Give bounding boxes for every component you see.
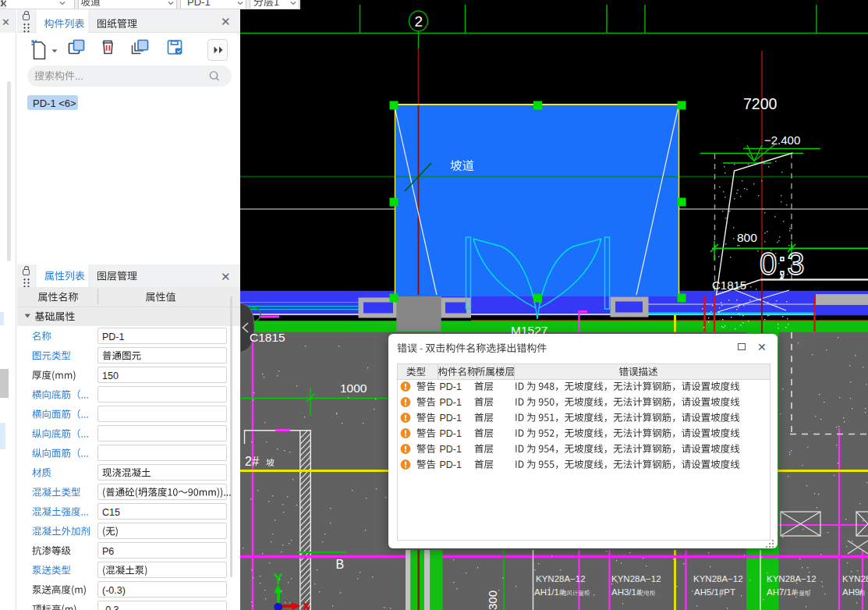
svg-text:AH7/1#: AH7/1# [767, 587, 797, 597]
svg-text:C1815: C1815 [712, 278, 746, 292]
svg-text:KYN28A−12: KYN28A−12 [693, 574, 743, 583]
svg-text:2: 2 [415, 13, 423, 30]
svg-text:B: B [336, 558, 345, 571]
svg-text:2#: 2# [245, 455, 259, 468]
svg-text:0;3: 0;3 [760, 246, 806, 281]
svg-text:1000: 1000 [340, 381, 367, 395]
svg-text:KYN28A−12: KYN28A−12 [611, 574, 661, 583]
svg-text:KYN28A: KYN28A [842, 574, 868, 583]
svg-text:300: 300 [486, 590, 499, 610]
svg-text:7200: 7200 [743, 95, 778, 112]
svg-text:AH9/: AH9/ [842, 587, 863, 597]
svg-text:AH3/1#: AH3/1# [611, 587, 642, 597]
svg-text:−2.400: −2.400 [764, 133, 800, 147]
svg-text:800: 800 [737, 231, 757, 244]
svg-text:C1815: C1815 [250, 331, 285, 344]
svg-text:AH1/1#: AH1/1# [534, 587, 565, 597]
svg-text:KYN28A−12: KYN28A−12 [767, 574, 817, 583]
svg-text:KYN28A−12: KYN28A−12 [536, 574, 586, 583]
svg-text:AH5/1#PT: AH5/1#PT [694, 587, 735, 597]
